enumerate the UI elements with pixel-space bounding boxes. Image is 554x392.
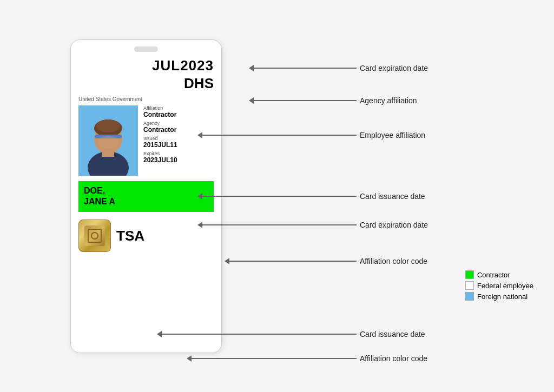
card-bottom: TSA <box>78 220 214 252</box>
info-expires: Expires 2023JUL10 <box>143 151 214 164</box>
card-agency-large: DHS <box>78 75 214 92</box>
swatch-foreign <box>465 292 474 301</box>
label-expiry-top: Card expiration date <box>360 64 428 72</box>
annotation-expiry-top: Card expiration date <box>249 64 428 72</box>
line-chip <box>162 334 357 335</box>
annotation-expiry-card: Card expiration date <box>197 221 428 229</box>
expires-label: Expires <box>143 151 214 156</box>
annotation-color-code: Affiliation color code <box>225 257 427 265</box>
line-issuance <box>202 196 357 197</box>
card-info: Affiliation Contractor Agency Contractor… <box>143 105 214 176</box>
affiliation-label: Affiliation <box>143 105 214 111</box>
line-agency <box>254 100 357 101</box>
label-expiry-card: Card expiration date <box>360 221 428 229</box>
label-foreign: Foreign national <box>477 293 527 301</box>
svg-point-7 <box>98 136 118 149</box>
annotation-tsa: Affiliation color code <box>187 354 427 363</box>
annotation-chip: Card issuance date <box>157 330 425 338</box>
expires-value: 2023JUL10 <box>143 156 177 164</box>
label-chip: Card issuance date <box>360 330 425 338</box>
agency-label: Agency <box>143 121 214 126</box>
arrow-agency <box>249 97 254 104</box>
chip-inner <box>84 225 105 246</box>
line-color-code <box>229 261 357 262</box>
arrow-color-code <box>225 258 229 264</box>
swatch-contractor <box>465 270 474 279</box>
annotation-agency: Agency affiliation <box>249 96 417 105</box>
arrow-employee <box>197 132 202 138</box>
line-expiry-card <box>202 224 357 225</box>
svg-point-5 <box>96 119 120 132</box>
card-gov-label: United States Government <box>78 96 214 102</box>
label-tsa: Affiliation color code <box>360 354 427 363</box>
chip-pattern <box>88 229 102 243</box>
annotation-issuance: Card issuance date <box>197 192 425 201</box>
arrow-expiry-card <box>197 222 202 228</box>
card-name: DOE,JANE A <box>84 186 115 207</box>
card-body: Affiliation Contractor Agency Contractor… <box>78 105 214 176</box>
line-expiry-top <box>254 68 357 69</box>
card-photo <box>78 105 138 176</box>
card-slot <box>134 46 158 52</box>
chip <box>78 220 111 252</box>
card-expiry-large: JUL2023 <box>78 57 214 74</box>
label-federal: Federal employee <box>477 282 533 290</box>
label-agency: Agency affiliation <box>360 96 417 105</box>
card-name-bar: DOE,JANE A <box>78 181 214 212</box>
line-employee <box>202 135 357 136</box>
agency-value: Contractor <box>143 126 176 134</box>
info-affiliation: Affiliation Contractor <box>143 105 214 118</box>
label-color-code: Affiliation color code <box>360 257 427 265</box>
label-issuance: Card issuance date <box>360 192 425 201</box>
label-employee: Employee affiliation <box>360 131 425 139</box>
color-code-federal: Federal employee <box>465 281 533 290</box>
arrow-expiry-top <box>249 65 254 71</box>
annotation-employee: Employee affiliation <box>197 131 425 139</box>
affiliation-value: Contractor <box>143 111 176 118</box>
color-code-contractor: Contractor <box>465 270 533 279</box>
arrow-chip <box>157 331 162 337</box>
issued-value: 2015JUL11 <box>143 141 177 149</box>
line-tsa <box>192 358 357 359</box>
arrow-issuance <box>197 193 202 200</box>
label-contractor: Contractor <box>477 271 510 279</box>
scene: JUL2023 DHS United States Government <box>0 0 554 392</box>
color-code-foreign: Foreign national <box>465 292 533 301</box>
card-tsa: TSA <box>116 228 144 244</box>
arrow-tsa <box>187 355 192 362</box>
swatch-federal <box>465 281 474 290</box>
color-code-legend: Contractor Federal employee Foreign nati… <box>465 270 533 303</box>
